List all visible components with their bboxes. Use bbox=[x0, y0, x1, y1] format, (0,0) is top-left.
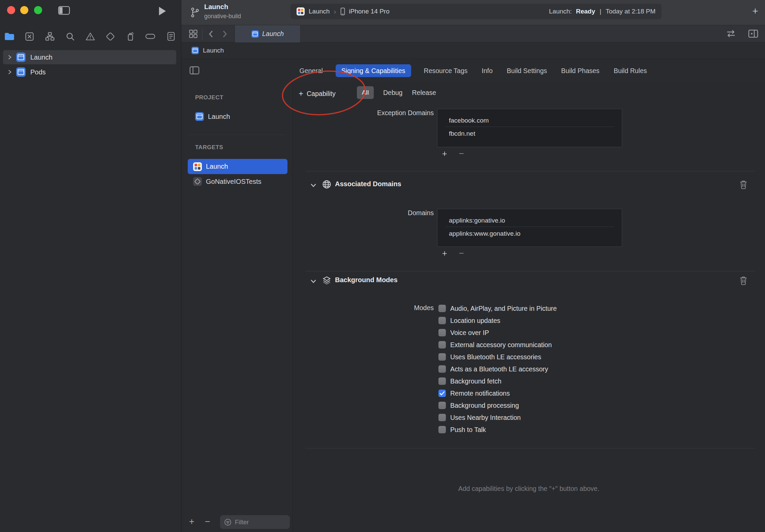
trash-icon[interactable] bbox=[739, 276, 747, 285]
toolbar: Launch gonative-build Launch › iPhone 14… bbox=[181, 0, 765, 25]
target-row-launch[interactable]: Launch bbox=[188, 159, 287, 174]
target-row-tests[interactable]: GoNativeIOSTests bbox=[181, 176, 293, 187]
checkbox-checked[interactable] bbox=[438, 390, 446, 397]
remove-row-button[interactable]: − bbox=[457, 148, 466, 159]
checkbox[interactable] bbox=[438, 426, 446, 433]
window-close-button[interactable] bbox=[7, 6, 15, 14]
mode-row: Audio, AirPlay, and Picture in Picture bbox=[438, 302, 557, 314]
tab-build-phases[interactable]: Build Phases bbox=[560, 64, 601, 77]
checkbox[interactable] bbox=[438, 353, 446, 361]
diamond-icon[interactable] bbox=[103, 30, 117, 43]
checkbox[interactable] bbox=[438, 317, 446, 324]
navigator-item-label: Launch bbox=[30, 54, 53, 61]
chevron-down-icon[interactable] bbox=[310, 279, 316, 284]
mode-row: Push to Talk bbox=[438, 424, 557, 436]
project-row-launch[interactable]: Launch bbox=[181, 111, 293, 122]
mode-label: Remote notifications bbox=[450, 390, 510, 397]
show-all-tabs-icon[interactable] bbox=[189, 29, 198, 38]
filter-icon bbox=[224, 519, 232, 526]
remove-row-button[interactable]: − bbox=[457, 248, 466, 259]
warning-icon[interactable] bbox=[84, 30, 97, 43]
report-list-icon[interactable] bbox=[164, 30, 178, 43]
filter-input[interactable] bbox=[235, 519, 282, 526]
project-editor-tabs: General Signing & Capabilities Resource … bbox=[181, 59, 765, 82]
back-chevron-icon[interactable] bbox=[208, 30, 214, 38]
exception-domains-label: Exception Domains bbox=[323, 109, 434, 117]
breadcrumb-separator-icon: › bbox=[334, 7, 336, 15]
trash-icon[interactable] bbox=[739, 180, 747, 189]
segment-debug[interactable]: Debug bbox=[383, 89, 402, 97]
checkbox[interactable] bbox=[438, 402, 446, 409]
checkbox[interactable] bbox=[438, 377, 446, 385]
swap-editors-icon[interactable] bbox=[726, 29, 736, 38]
sidebar-toggle-icon[interactable] bbox=[58, 5, 70, 15]
search-icon[interactable] bbox=[63, 30, 77, 43]
mode-label: Uses Bluetooth LE accessories bbox=[450, 353, 541, 361]
add-capability-button[interactable]: + Capability bbox=[299, 87, 336, 100]
capsule-icon[interactable] bbox=[144, 30, 157, 43]
project-sidebar: PROJECT Launch TARGETS Launch GoNativeIO… bbox=[181, 82, 293, 532]
chevron-down-icon[interactable] bbox=[310, 183, 316, 188]
tab-signing-capabilities[interactable]: Signing & Capabilities bbox=[336, 64, 411, 77]
segment-release[interactable]: Release bbox=[412, 89, 436, 97]
toolbar-project-subtitle: gonative-build bbox=[204, 13, 241, 20]
checkbox[interactable] bbox=[438, 414, 446, 421]
checkbox[interactable] bbox=[438, 305, 446, 312]
window-zoom-button[interactable] bbox=[34, 6, 42, 14]
jump-bar: Launch bbox=[181, 42, 765, 59]
mode-label: Background processing bbox=[450, 402, 519, 409]
run-button[interactable] bbox=[158, 6, 166, 16]
layers-icon bbox=[322, 276, 331, 285]
build-status[interactable]: Launch: Ready | Today at 2:18 PM bbox=[549, 8, 655, 15]
navigator-item-launch[interactable]: Launch bbox=[0, 50, 181, 65]
navigator-tab-bar bbox=[0, 28, 181, 44]
x-square-icon[interactable] bbox=[23, 30, 36, 43]
project-row-label: Launch bbox=[208, 113, 230, 121]
window-minimize-button[interactable] bbox=[20, 6, 28, 14]
add-editor-icon[interactable] bbox=[748, 29, 758, 38]
table-row[interactable]: applinks:gonative.io bbox=[446, 214, 614, 227]
open-tab-launch[interactable]: Launch bbox=[235, 25, 301, 42]
disclosure-chevron-icon[interactable] bbox=[7, 69, 12, 75]
disclosure-chevron-icon[interactable] bbox=[7, 55, 12, 60]
segment-all[interactable]: All bbox=[357, 86, 374, 99]
table-row[interactable]: applinks:www.gonative.io bbox=[446, 227, 614, 240]
add-row-button[interactable]: + bbox=[440, 148, 449, 159]
filter-field[interactable] bbox=[220, 515, 290, 529]
tab-resource-tags[interactable]: Resource Tags bbox=[423, 64, 469, 77]
domains-table: applinks:gonative.io applinks:www.gonati… bbox=[437, 209, 622, 247]
editor-sidebar-toggle-icon[interactable] bbox=[189, 66, 200, 75]
tab-build-rules[interactable]: Build Rules bbox=[612, 64, 648, 77]
scheme-device-selector[interactable]: Launch › iPhone 14 Pro Launch: Ready | T… bbox=[290, 4, 662, 19]
checkbox[interactable] bbox=[438, 365, 446, 373]
add-row-button[interactable]: + bbox=[440, 248, 449, 259]
device-name[interactable]: iPhone 14 Pro bbox=[349, 8, 389, 15]
checkbox[interactable] bbox=[438, 329, 446, 336]
spray-icon[interactable] bbox=[124, 30, 137, 43]
hierarchy-icon[interactable] bbox=[43, 30, 57, 43]
project-app-icon bbox=[195, 112, 204, 121]
tab-info[interactable]: Info bbox=[480, 64, 494, 77]
mode-row: Acts as a Bluetooth LE accessory bbox=[438, 363, 557, 375]
add-target-button[interactable]: + bbox=[186, 517, 198, 527]
table-row[interactable]: facebook.com bbox=[446, 114, 614, 127]
scheme-name[interactable]: Launch bbox=[309, 8, 330, 15]
navigator-item-pods[interactable]: Pods bbox=[0, 65, 181, 79]
associated-domains-section: Associated Domains bbox=[293, 178, 765, 192]
remove-target-button[interactable]: − bbox=[202, 517, 214, 527]
mode-row: Background fetch bbox=[438, 375, 557, 387]
jump-bar-item[interactable]: Launch bbox=[203, 47, 224, 54]
forward-chevron-icon[interactable] bbox=[222, 30, 227, 38]
project-navigator-icon[interactable] bbox=[3, 30, 16, 43]
toolbar-add-button[interactable]: + bbox=[749, 5, 761, 17]
table-row[interactable]: fbcdn.net bbox=[446, 127, 614, 140]
mode-label: Background fetch bbox=[450, 377, 501, 385]
navigator-item-label: Pods bbox=[30, 68, 46, 76]
targets-section-header: TARGETS bbox=[195, 144, 223, 151]
checkbox[interactable] bbox=[438, 341, 446, 348]
mode-label: Location updates bbox=[450, 317, 500, 325]
tab-general[interactable]: General bbox=[298, 64, 324, 77]
target-app-icon bbox=[193, 162, 202, 171]
mode-label: Acts as a Bluetooth LE accessory bbox=[450, 365, 548, 373]
tab-build-settings[interactable]: Build Settings bbox=[506, 64, 548, 77]
